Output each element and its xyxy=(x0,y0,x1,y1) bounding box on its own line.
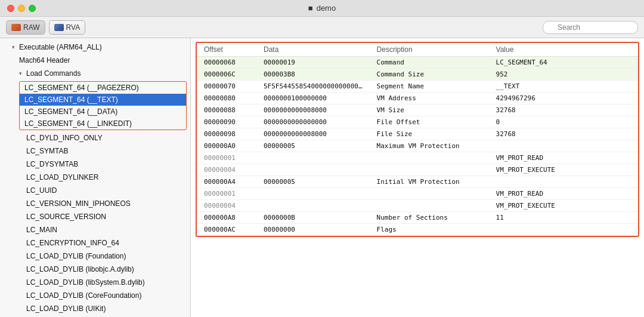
table-body: 00000068 00000019 Command LC_SEGMENT_64 … xyxy=(197,57,638,236)
raw-icon xyxy=(11,24,21,31)
chevron-down-icon: ▾ xyxy=(19,68,25,79)
sidebar-item-libobjc[interactable]: LC_LOAD_DYLIB (libobjc.A.dylib) xyxy=(0,263,190,276)
cell-description: Command xyxy=(370,57,489,69)
table-header-row: Offset Data Description Value xyxy=(197,43,638,57)
cell-value: VM_PROT_EXECUTE xyxy=(489,200,638,212)
close-button[interactable] xyxy=(7,5,14,12)
sidebar-item-main[interactable]: LC_MAIN xyxy=(0,223,190,236)
col-header-offset: Offset xyxy=(197,43,256,57)
table-row: 00000070 5F5F54455854000000000000… Segme… xyxy=(197,81,638,93)
sidebar-item-foundation[interactable]: LC_LOAD_DYLIB (Foundation) xyxy=(0,250,190,263)
table-row: 00000001 VM_PROT_READ xyxy=(197,188,638,200)
cell-offset: 00000098 xyxy=(197,128,256,140)
sidebar-item-data[interactable]: LC_SEGMENT_64 (__DATA) xyxy=(20,106,186,118)
rva-button[interactable]: RVA xyxy=(49,20,86,35)
cell-value: VM_PROT_READ xyxy=(489,188,638,200)
cell-data xyxy=(256,164,370,176)
sidebar-item-symtab[interactable]: LC_SYMTAB xyxy=(0,144,190,158)
col-header-value: Value xyxy=(489,43,638,57)
table-row: 00000090 0000000000000000 File Offset 0 xyxy=(197,116,638,128)
cell-value: 4294967296 xyxy=(489,93,638,104)
cell-value: 952 xyxy=(489,69,638,81)
cell-description: File Offset xyxy=(370,116,489,128)
cell-value: 11 xyxy=(489,212,638,224)
cell-data: 0000000000008000 xyxy=(256,128,370,140)
titlebar: ■ demo xyxy=(0,0,644,17)
cell-data: 0000000000000000 xyxy=(256,116,370,128)
search-input[interactable] xyxy=(543,21,638,34)
main-content: ▾ Executable (ARM64_ALL) Mach64 Header ▾… xyxy=(0,38,644,317)
cell-offset: 000000A4 xyxy=(197,176,256,188)
sidebar-item-dysymtab[interactable]: LC_DYSYMTAB xyxy=(0,158,190,171)
right-panel: Offset Data Description Value 00000068 0… xyxy=(191,38,644,317)
sidebar-item-mach64[interactable]: Mach64 Header xyxy=(0,54,190,67)
cell-offset: 00000080 xyxy=(197,93,256,104)
cell-description: Number of Sections xyxy=(370,212,489,224)
cell-data: 5F5F54455854000000000000… xyxy=(256,81,370,93)
cell-description xyxy=(370,200,489,212)
sidebar-item-pagezero[interactable]: LC_SEGMENT_64 (__PAGEZERO) xyxy=(20,82,186,94)
cell-data xyxy=(256,152,370,164)
cell-value xyxy=(489,140,638,152)
sidebar-item-libsystem[interactable]: LC_LOAD_DYLIB (libSystem.B.dylib) xyxy=(0,276,190,289)
sidebar-item-load-dylinker[interactable]: LC_LOAD_DYLINKER xyxy=(0,171,190,184)
sidebar-item-version-min[interactable]: LC_VERSION_MIN_IPHONEOS xyxy=(0,197,190,210)
table-row: 000000A8 0000000B Number of Sections 11 xyxy=(197,212,638,224)
sidebar-item-uuid[interactable]: LC_UUID xyxy=(0,184,190,197)
sidebar: ▾ Executable (ARM64_ALL) Mach64 Header ▾… xyxy=(0,38,191,317)
table-row: 00000004 VM_PROT_EXECUTE xyxy=(197,164,638,176)
cell-data: 00000000 xyxy=(256,224,370,236)
cell-value: LC_SEGMENT_64 xyxy=(489,57,638,69)
maximize-button[interactable] xyxy=(29,5,36,12)
table-row: 00000004 VM_PROT_EXECUTE xyxy=(197,200,638,212)
cell-value: 0 xyxy=(489,116,638,128)
cell-data: 0000000000008000 xyxy=(256,104,370,116)
raw-button[interactable]: RAW xyxy=(6,20,45,35)
cell-offset: 00000070 xyxy=(197,81,256,93)
sidebar-item-source-version[interactable]: LC_SOURCE_VERSION xyxy=(0,210,190,223)
cell-data: 0000000B xyxy=(256,212,370,224)
search-wrap: ⌕ xyxy=(543,21,638,34)
table-row: 000000AC 00000000 Flags xyxy=(197,224,638,236)
sidebar-item-corefoundation[interactable]: LC_LOAD_DYLIB (CoreFoundation) xyxy=(0,289,190,302)
sidebar-item-text[interactable]: LC_SEGMENT_64 (__TEXT) xyxy=(20,94,186,106)
col-header-description: Description xyxy=(370,43,489,57)
cell-description: VM Size xyxy=(370,104,489,116)
cell-description: File Size xyxy=(370,128,489,140)
col-header-data: Data xyxy=(256,43,370,57)
chevron-down-icon: ▾ xyxy=(12,42,18,53)
sidebar-item-linkedit[interactable]: LC_SEGMENT_64 (__LINKEDIT) xyxy=(20,118,186,130)
cell-offset: 000000A8 xyxy=(197,212,256,224)
sidebar-item-encryption[interactable]: LC_ENCRYPTION_INFO_64 xyxy=(0,236,190,250)
cell-offset: 00000004 xyxy=(197,200,256,212)
cell-offset: 00000004 xyxy=(197,164,256,176)
cell-description: VM Address xyxy=(370,93,489,104)
traffic-lights xyxy=(7,5,36,12)
sidebar-item-executable[interactable]: ▾ Executable (ARM64_ALL) xyxy=(0,41,190,54)
table-row: 000000A4 00000005 Initial VM Protection xyxy=(197,176,638,188)
table-row: 00000098 0000000000008000 File Size 3276… xyxy=(197,128,638,140)
cell-description: Command Size xyxy=(370,69,489,81)
cell-data: 00000005 xyxy=(256,176,370,188)
cell-data: 0000000100000000 xyxy=(256,93,370,104)
sidebar-item-dyld-info[interactable]: LC_DYLD_INFO_ONLY xyxy=(0,131,190,144)
sidebar-item-load-commands[interactable]: ▾ Load Commands xyxy=(0,67,190,80)
data-table: Offset Data Description Value 00000068 0… xyxy=(197,43,638,236)
cell-description xyxy=(370,152,489,164)
cell-offset: 00000001 xyxy=(197,188,256,200)
cell-offset: 00000090 xyxy=(197,116,256,128)
minimize-button[interactable] xyxy=(18,5,25,12)
data-table-border: Offset Data Description Value 00000068 0… xyxy=(196,42,639,237)
cell-offset: 00000001 xyxy=(197,152,256,164)
cell-value: 32768 xyxy=(489,104,638,116)
rva-icon xyxy=(54,24,64,31)
cell-description: Maximum VM Protection xyxy=(370,140,489,152)
cell-offset: 00000088 xyxy=(197,104,256,116)
cell-data xyxy=(256,188,370,200)
cell-value xyxy=(489,224,638,236)
cell-offset: 0000006C xyxy=(197,69,256,81)
table-row: 00000068 00000019 Command LC_SEGMENT_64 xyxy=(197,57,638,69)
cell-offset: 00000068 xyxy=(197,57,256,69)
sidebar-item-uikit[interactable]: LC_LOAD_DYLIB (UIKit) xyxy=(0,302,190,315)
toolbar: RAW RVA ⌕ xyxy=(0,17,644,38)
